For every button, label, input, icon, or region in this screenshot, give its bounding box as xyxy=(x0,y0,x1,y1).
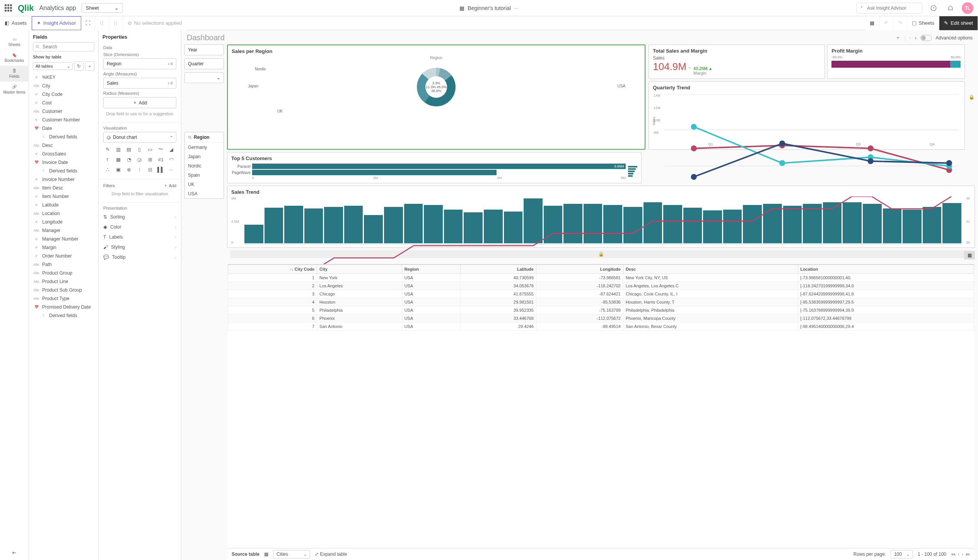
prev-page-icon[interactable]: ‹ xyxy=(958,551,959,557)
year-filter[interactable]: Year xyxy=(184,44,224,55)
app-launcher-icon[interactable] xyxy=(5,4,12,12)
field-item[interactable]: #Customer Number xyxy=(29,116,98,124)
source-table-dropdown[interactable]: Cities ⌄ xyxy=(273,550,310,558)
field-item[interactable]: 📅Invoice Date xyxy=(29,158,98,167)
field-item[interactable]: └Derived fields xyxy=(29,133,98,141)
column-picker-icon[interactable]: ▦ xyxy=(964,251,975,260)
viz-gauge-icon[interactable]: ◠ xyxy=(167,155,176,164)
viz-dist-icon[interactable]: ⁝ xyxy=(135,165,144,174)
add-measure-button[interactable]: ＋Add xyxy=(103,97,176,108)
column-header[interactable]: Region xyxy=(402,265,460,274)
column-header[interactable]: Longitude xyxy=(536,265,623,274)
viz-scatter-icon[interactable]: ∴ xyxy=(103,165,112,174)
pres-styling[interactable]: 🖌Styling› xyxy=(103,242,176,252)
column-header[interactable]: Desc xyxy=(623,265,798,274)
rail-fields[interactable]: 🗄 Fields xyxy=(0,66,29,82)
field-item[interactable]: AbcManager xyxy=(29,226,98,235)
field-item[interactable]: └Derived fields xyxy=(29,167,98,175)
field-item[interactable]: #Cost xyxy=(29,99,98,107)
viz-pie-icon[interactable]: ◔ xyxy=(125,155,133,164)
next-page-icon[interactable]: › xyxy=(962,551,963,557)
table-row[interactable]: 5PhiladelphiaUSA39.952335-75.163789Phila… xyxy=(228,306,974,314)
field-item[interactable]: #Margin xyxy=(29,243,98,252)
lasso-icon[interactable]: ⛶ xyxy=(81,16,95,30)
step-back-icon[interactable]: ⟨⟨ xyxy=(95,16,109,30)
column-header[interactable]: Latitude xyxy=(461,265,536,274)
field-item[interactable]: 📅Date xyxy=(29,124,98,133)
field-item[interactable]: #%KEY xyxy=(29,73,98,82)
insight-advisor-input[interactable] xyxy=(857,3,922,14)
sales-per-region-chart[interactable]: Sales per Region Region Nordic Japan UK … xyxy=(227,44,645,150)
table-row[interactable]: 6PhoenixUSA33.446768-112.075672Phoenix, … xyxy=(228,314,974,323)
field-item[interactable]: AbcCustomer xyxy=(29,107,98,116)
pres-sorting[interactable]: ⇅Sorting› xyxy=(103,212,176,222)
region-filter-title[interactable]: Region xyxy=(185,132,224,143)
field-item[interactable]: AbcItem Desc xyxy=(29,184,98,192)
viz-waterfall-icon[interactable]: ▭ xyxy=(146,145,154,154)
collapse-rail-icon[interactable]: ⇤ xyxy=(8,545,21,560)
viz-combo-icon[interactable]: ⫯ xyxy=(103,155,112,164)
field-item[interactable]: #Manager Number xyxy=(29,235,98,243)
table-row[interactable]: 3ChicagoUSA41.875555-87.624421Chicago, C… xyxy=(228,290,974,298)
field-item[interactable]: AbcProduct Type xyxy=(29,294,98,303)
region-option[interactable]: Nordic xyxy=(185,161,224,171)
region-option[interactable]: UK xyxy=(185,180,224,189)
total-sales-kpi[interactable]: Total Sales and Margin Sales 104.9M - 43… xyxy=(649,44,825,79)
field-item[interactable]: AbcProduct Line xyxy=(29,277,98,286)
viz-line-icon[interactable]: 〜 xyxy=(157,145,165,154)
field-item[interactable]: AbcLocation xyxy=(29,209,98,218)
field-item[interactable]: #Invoice Number xyxy=(29,175,98,184)
help-icon[interactable]: ? xyxy=(928,2,939,14)
sheet-dropdown[interactable]: Sheet ⌄ xyxy=(82,3,123,13)
field-item[interactable]: AbcPath xyxy=(29,260,98,269)
field-item[interactable]: #Longitude xyxy=(29,218,98,226)
bell-icon[interactable] xyxy=(945,2,956,14)
quarter-filter[interactable]: Quarter xyxy=(184,58,224,69)
edit-sheet-button[interactable]: ✎ Edit sheet xyxy=(939,16,978,30)
quarterly-trend-chart[interactable]: Quarterly Trend Sales 14M 12M 10M 8M Q1 … xyxy=(649,81,965,150)
tables-dropdown[interactable]: All tables⌄ xyxy=(33,62,73,70)
field-item[interactable]: #GrossSales xyxy=(29,150,98,158)
add-filter-button[interactable]: ＋Add xyxy=(164,183,176,188)
grid-icon[interactable]: ▦ xyxy=(865,16,879,30)
refresh-icon[interactable]: ↻ xyxy=(74,61,84,71)
viz-map-icon[interactable]: ⊕ xyxy=(125,165,133,174)
first-page-icon[interactable]: ⏮ xyxy=(951,551,956,557)
pres-labels[interactable]: TLabels› xyxy=(103,232,176,242)
slice-dropdown[interactable]: Region ›≡ xyxy=(103,58,176,69)
field-item[interactable]: AbcProduct Sub Group xyxy=(29,286,98,294)
region-option[interactable]: Germany xyxy=(185,143,224,152)
table-row[interactable]: 2Los AngelesUSA34.053678-118.242702Los A… xyxy=(228,282,974,290)
table-row[interactable]: 4HoustonUSA29.981501-95.53836Houston, Ha… xyxy=(228,298,974,306)
field-item[interactable]: #Order Number xyxy=(29,252,98,260)
viz-kpi-icon[interactable]: #1 xyxy=(157,155,165,164)
viz-bullet-icon[interactable]: ▯ xyxy=(135,145,144,154)
add-icon[interactable]: ＋ xyxy=(85,61,94,71)
table-row[interactable]: 1New YorkUSA40.730599-73.986581New York … xyxy=(228,274,974,282)
next-sheet-icon[interactable]: › xyxy=(915,35,917,41)
field-list[interactable]: #%KEYAbcCity#City Code#CostAbcCustomer#C… xyxy=(29,72,98,560)
rows-per-page-dropdown[interactable]: 100 ⌄ xyxy=(891,550,913,558)
field-item[interactable]: AbcProduct Group xyxy=(29,269,98,277)
column-header[interactable]: ↑↓ City Code xyxy=(228,265,317,274)
viz-bar-icon[interactable]: ▥ xyxy=(114,145,123,154)
field-item[interactable]: AbcCity xyxy=(29,82,98,90)
data-table[interactable]: ↑↓ City CodeCityRegionLatitudeLongitudeD… xyxy=(228,264,974,560)
column-header[interactable]: City xyxy=(317,265,402,274)
viz-treemap-icon[interactable]: ▣ xyxy=(114,165,123,174)
field-item[interactable]: AbcDesc xyxy=(29,141,98,150)
empty-filter[interactable]: ⌄ xyxy=(184,72,224,83)
expand-table-button[interactable]: ⤢ Expand table xyxy=(315,551,347,557)
advanced-toggle[interactable] xyxy=(920,35,932,41)
insight-advisor-button[interactable]: ✦ Insight Advisor xyxy=(32,16,81,30)
viz-histogram-icon[interactable]: ▌▌ xyxy=(157,165,165,174)
sales-trend-chart[interactable]: Sales Trend 5M 2.5M 0 xyxy=(227,186,975,248)
viz-donut-icon[interactable]: ◶ xyxy=(135,155,144,164)
viz-hbar-icon[interactable]: ▤ xyxy=(125,145,133,154)
redo-icon[interactable]: ↷ xyxy=(893,16,907,30)
profit-margin-chart[interactable]: Profit Margin -50.0%50.0% xyxy=(827,44,965,79)
field-item[interactable]: #Item Number xyxy=(29,192,98,201)
viz-box-icon[interactable]: ⊟ xyxy=(146,165,154,174)
field-item[interactable]: 📅Promised Delivery Date xyxy=(29,303,98,311)
pres-tooltip[interactable]: 💬Tooltip› xyxy=(103,252,176,262)
